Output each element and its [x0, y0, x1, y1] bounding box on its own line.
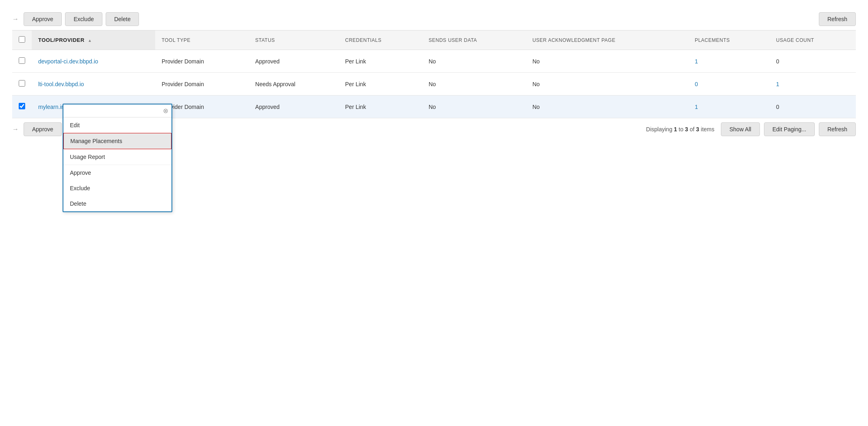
- row2-tool-provider[interactable]: lti-tool.dev.bbpd.io: [32, 73, 155, 96]
- col-tool-type: TOOL TYPE: [155, 30, 249, 50]
- row2-placements-link[interactable]: 0: [695, 81, 698, 87]
- context-menu-item-usage-report[interactable]: Usage Report: [63, 149, 171, 165]
- context-menu-clear-icon[interactable]: ⊗: [163, 107, 168, 115]
- bottom-refresh-button[interactable]: Refresh: [819, 122, 856, 136]
- row3-placements-link[interactable]: 1: [695, 104, 698, 110]
- row1-sends-user-data: No: [422, 50, 526, 73]
- row1-usage-count: 0: [770, 50, 856, 73]
- col-usage-count: USAGE COUNT: [770, 30, 856, 50]
- row1-status: Approved: [249, 50, 339, 73]
- bottom-approve-button[interactable]: Approve: [24, 122, 62, 136]
- row1-placements-link[interactable]: 1: [695, 58, 698, 65]
- bottom-arrow-icon: →: [12, 126, 19, 133]
- row2-tool-provider-link[interactable]: lti-tool.dev.bbpd.io: [38, 81, 84, 87]
- col-tool-provider[interactable]: TOOL/PROVIDER ▲: [32, 30, 155, 50]
- context-menu: ⊗ Edit Manage Placements Usage Report Ap…: [63, 104, 172, 212]
- row3-placements[interactable]: 1: [688, 96, 770, 118]
- context-menu-container: mylearn.int.bbpd.io ⊗ Edit Manage Placem…: [38, 104, 86, 110]
- table-row: lti-tool.dev.bbpd.io Provider Domain Nee…: [12, 73, 856, 96]
- row3-credentials: Per Link: [339, 96, 422, 118]
- row2-check-col[interactable]: [12, 73, 32, 96]
- row2-checkbox[interactable]: [19, 80, 25, 87]
- row3-status: Approved: [249, 96, 339, 118]
- row3-usage-count: 0: [770, 96, 856, 118]
- table-row: devportal-ci.dev.bbpd.io Provider Domain…: [12, 50, 856, 73]
- row1-placements[interactable]: 1: [688, 50, 770, 73]
- row3-check-col[interactable]: [12, 96, 32, 118]
- context-menu-item-manage-placements[interactable]: Manage Placements: [63, 133, 171, 149]
- col-credentials: CREDENTIALS: [339, 30, 422, 50]
- col-placements: PLACEMENTS: [688, 30, 770, 50]
- row1-credentials: Per Link: [339, 50, 422, 73]
- context-menu-item-exclude[interactable]: Exclude: [63, 180, 171, 196]
- paging-info: Displaying 1 to 3 of 3 items: [646, 126, 714, 133]
- row1-user-ack-page: No: [526, 50, 688, 73]
- row1-tool-provider[interactable]: devportal-ci.dev.bbpd.io: [32, 50, 155, 73]
- edit-paging-button[interactable]: Edit Paging...: [764, 122, 815, 136]
- row1-tool-type: Provider Domain: [155, 50, 249, 73]
- top-exclude-button[interactable]: Exclude: [65, 12, 102, 26]
- row1-checkbox[interactable]: [19, 57, 25, 64]
- row2-usage-count[interactable]: 1: [770, 73, 856, 96]
- select-all-col[interactable]: [12, 30, 32, 50]
- row2-status: Needs Approval: [249, 73, 339, 96]
- top-toolbar-left: → Approve Exclude Delete: [12, 12, 816, 26]
- top-delete-button[interactable]: Delete: [106, 12, 139, 26]
- row2-usage-count-link[interactable]: 1: [776, 81, 779, 87]
- select-all-checkbox[interactable]: [19, 36, 25, 43]
- table-row: mylearn.int.bbpd.io ⊗ Edit Manage Placem…: [12, 96, 856, 118]
- main-table-wrapper: TOOL/PROVIDER ▲ TOOL TYPE STATUS CREDENT…: [0, 30, 868, 118]
- col-status: STATUS: [249, 30, 339, 50]
- top-approve-button[interactable]: Approve: [24, 12, 62, 26]
- row3-tool-provider[interactable]: mylearn.int.bbpd.io ⊗ Edit Manage Placem…: [32, 96, 155, 118]
- row2-tool-type: Provider Domain: [155, 73, 249, 96]
- row2-user-ack-page: No: [526, 73, 688, 96]
- context-menu-item-delete[interactable]: Delete: [63, 196, 171, 211]
- row2-sends-user-data: No: [422, 73, 526, 96]
- show-all-button[interactable]: Show All: [721, 122, 760, 136]
- context-menu-item-edit[interactable]: Edit: [63, 117, 171, 133]
- row3-user-ack-page: No: [526, 96, 688, 118]
- row1-check-col[interactable]: [12, 50, 32, 73]
- row1-tool-provider-link[interactable]: devportal-ci.dev.bbpd.io: [38, 58, 98, 65]
- col-sends-user-data: SENDS USER DATA: [422, 30, 526, 50]
- table-header-row: TOOL/PROVIDER ▲ TOOL TYPE STATUS CREDENT…: [12, 30, 856, 50]
- row3-checkbox[interactable]: [19, 103, 25, 109]
- row2-credentials: Per Link: [339, 73, 422, 96]
- context-menu-search-row: ⊗: [63, 104, 171, 117]
- context-menu-item-approve[interactable]: Approve: [63, 165, 171, 180]
- top-arrow-icon: →: [12, 15, 19, 23]
- col-user-ack-page: USER ACKNOWLEDGMENT PAGE: [526, 30, 688, 50]
- main-table: TOOL/PROVIDER ▲ TOOL TYPE STATUS CREDENT…: [12, 30, 856, 118]
- row2-placements[interactable]: 0: [688, 73, 770, 96]
- row3-sends-user-data: No: [422, 96, 526, 118]
- bottom-toolbar-right: Displaying 1 to 3 of 3 items Show All Ed…: [646, 122, 856, 136]
- context-menu-search-input[interactable]: [67, 107, 163, 114]
- top-refresh-button[interactable]: Refresh: [819, 12, 856, 26]
- top-toolbar: → Approve Exclude Delete Refresh: [0, 8, 868, 30]
- sort-icon: ▲: [88, 38, 92, 43]
